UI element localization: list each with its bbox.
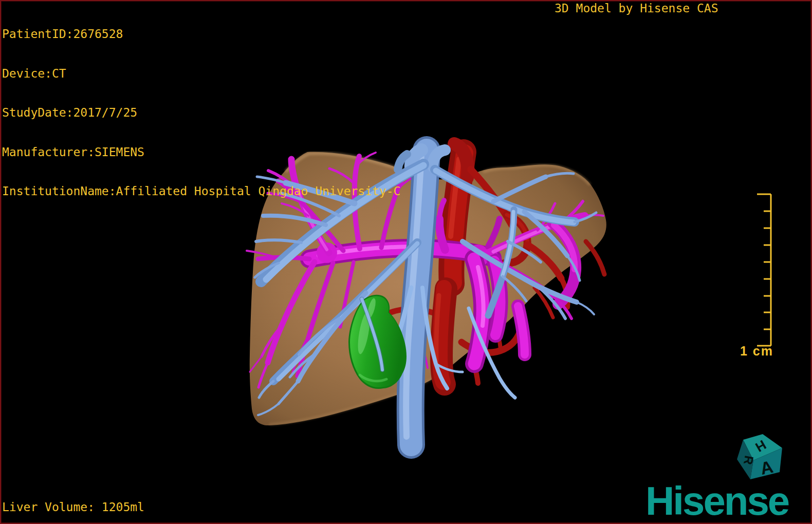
watermark-text: 3D Model by Hisense CAS — [555, 2, 718, 15]
device-text: Device:CT — [2, 67, 400, 81]
hisense-logo: Hisense — [645, 481, 788, 521]
patient-info-block: PatientID:2676528 Device:CT StudyDate:20… — [2, 2, 400, 224]
scale-bar: 1 cm — [740, 194, 773, 358]
liver-volume-text: Liver Volume: 1205ml — [2, 501, 144, 514]
app-window: 1 cm H R A PatientID:2676528 Device:CT S… — [0, 0, 812, 524]
scale-bar-label: 1 cm — [740, 344, 773, 358]
study-date-text: StudyDate:2017/7/25 — [2, 106, 400, 120]
patient-id-text: PatientID:2676528 — [2, 28, 400, 41]
orientation-cube[interactable]: H R A — [737, 434, 782, 479]
institution-text: InstitutionName:Affiliated Hospital Qing… — [2, 185, 400, 198]
manufacturer-text: Manufacturer:SIEMENS — [2, 146, 400, 159]
